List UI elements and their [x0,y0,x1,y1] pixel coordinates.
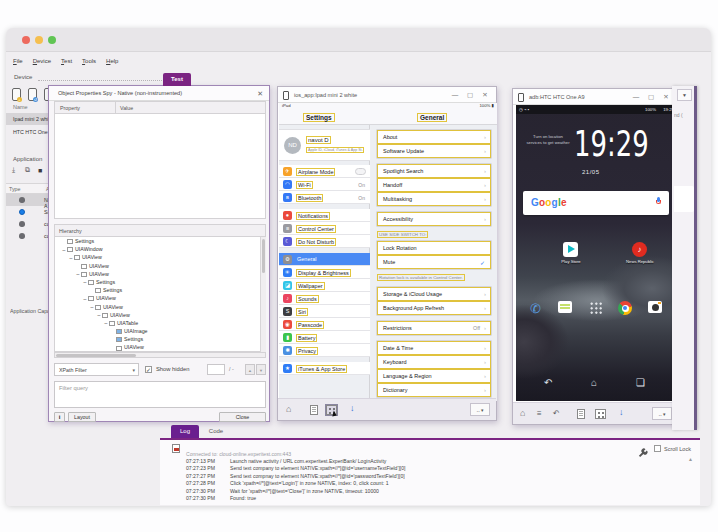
menu-icon[interactable]: ≡ [537,408,542,419]
chrome-app-icon[interactable] [618,301,632,315]
general-item-date-time[interactable]: Date & Time› [377,341,491,355]
settings-item-general[interactable]: ⚙General [279,253,370,266]
mic-icon[interactable] [656,197,661,205]
toolbar-dropdown[interactable]: ‥ ▾ [652,407,672,420]
general-item-mute[interactable]: Mute✓ [377,255,491,269]
messages-app-icon[interactable] [558,301,572,313]
tree-node[interactable]: −UIATable [55,319,265,327]
general-item-lock-rotation[interactable]: Lock Rotation [377,241,491,255]
copy-app-icon[interactable]: ⧉ [25,166,30,174]
close-icon[interactable]: ✕ [659,89,673,104]
tree-node[interactable]: −UIAView [55,270,265,278]
general-item-dictionary[interactable]: Dictionary› [377,383,491,397]
settings-item-sounds[interactable]: ♪Sounds [279,292,370,305]
background-window-dropdown[interactable]: ▼ [677,89,692,101]
page-icon[interactable] [577,409,585,419]
application-row[interactable]: com [6,230,54,242]
general-item-keyboard[interactable]: Keyboard› [377,355,491,369]
close-icon[interactable]: ✕ [478,87,492,102]
android-device-screen[interactable]: ◷ ⌁ ▪ 100% 19:29 Turn on location servic… [516,105,676,401]
layout-button[interactable]: Layout [68,412,96,422]
scroll-lock-checkbox[interactable] [654,445,661,452]
play-store-icon[interactable] [563,242,578,257]
toolbar-dropdown[interactable]: ‥ ▾ [470,403,490,416]
home-nav-icon[interactable]: ⌂ [591,377,597,388]
device-row[interactable]: HTC HTC One A9 [6,126,54,138]
toggle-switch[interactable] [355,168,366,175]
google-search-bar[interactable]: Google [523,191,669,215]
settings-item-notifications[interactable]: ●Notifications [279,209,370,222]
stop-app-icon[interactable]: ■ [38,167,42,174]
tree-node[interactable]: Settings [55,286,265,294]
settings-item-do-not-disturb[interactable]: ☾Do Not Disturb [279,235,370,248]
tree-node[interactable]: Settings [55,335,265,343]
general-item-software-update[interactable]: Software Update› [377,144,491,158]
phone-app-icon[interactable]: ✆ [529,301,541,317]
download-arrow-icon[interactable]: ↓ [619,407,624,417]
home-icon[interactable]: ⌂ [286,404,291,415]
filter-query-input[interactable]: Filter query [54,381,266,408]
back-icon[interactable]: ↶ [553,408,560,419]
settings-item-wi-fi[interactable]: ◠Wi-FiOn [279,178,370,191]
recents-nav-icon[interactable]: ❏ [636,377,645,388]
settings-item-privacy[interactable]: ✱Privacy [279,344,370,357]
general-item-language-region[interactable]: Language & Region› [377,369,491,383]
settings-item-display-brightness[interactable]: ☀Display & Brightness [279,266,370,279]
tree-node[interactable]: −UIAView [55,311,265,319]
add-device-icon[interactable]: + [12,88,21,101]
general-item-handoff[interactable]: Handoff› [377,178,491,192]
home-icon[interactable]: ⌂ [520,408,525,419]
general-item-about[interactable]: About› [377,130,491,144]
tree-node[interactable]: Settings [55,237,265,245]
application-row[interactable]: com [6,218,54,230]
tree-vertical-scrollbar[interactable] [260,237,266,352]
page-icon[interactable] [310,405,318,415]
settings-item-passcode[interactable]: ◉Passcode [279,318,370,331]
general-item-multitasking[interactable]: Multitasking› [377,192,491,206]
menu-help[interactable]: Help [101,55,123,67]
wrench-icon[interactable] [638,444,648,454]
settings-item-airplane-mode[interactable]: ✈Airplane Mode [279,165,370,178]
spy-close-icon[interactable]: ✕ [257,90,263,97]
menu-file[interactable]: File [8,55,28,67]
tree-node[interactable]: UIAView [55,343,265,351]
tree-horizontal-scrollbar[interactable] [54,352,266,358]
application-row[interactable]: No A [6,194,54,206]
settings-item-siri[interactable]: SSiri [279,305,370,318]
back-nav-icon[interactable]: ↶ [544,377,552,388]
connect-device-icon[interactable]: ↺ [28,88,37,101]
tree-node[interactable]: −UIAWindow [55,245,265,253]
tree-node[interactable]: −UIAView [55,294,265,302]
general-item-storage-icloud-usage[interactable]: Storage & iCloud Usage› [377,287,491,301]
tab-code[interactable]: Code [202,425,230,438]
general-item-background-app-refresh[interactable]: Background App Refresh› [377,301,491,315]
settings-item-control-center[interactable]: ≡Control Center [279,222,370,235]
device-row[interactable]: Ipad mini 2 white [6,113,54,125]
minimize-icon[interactable]: — [629,89,643,104]
general-item-restrictions[interactable]: RestrictionsOff› [377,321,491,335]
app-drawer-icon[interactable] [589,301,602,314]
tree-node[interactable]: −UIAView [55,253,265,261]
menu-test[interactable]: Test [56,55,77,67]
camera-app-icon[interactable] [648,301,662,313]
export-log-icon[interactable] [172,444,180,453]
index-input[interactable] [207,364,225,375]
show-hidden-checkbox[interactable]: ✓ [145,366,152,373]
minimize-icon[interactable]: — [448,87,462,102]
profile-row[interactable]: NDnavot DApple ID, iCloud, iTunes & App … [279,129,370,161]
close-button[interactable]: Close [219,412,266,422]
spy-icon[interactable] [595,409,606,419]
application-row[interactable]: Safa [6,206,54,218]
info-button[interactable]: i [54,412,65,422]
settings-item-battery[interactable]: ▮Battery [279,331,370,344]
general-item-spotlight-search[interactable]: Spotlight Search› [377,164,491,178]
download-arrow-icon[interactable]: ↓ [350,403,355,413]
settings-item-itunes-app-store[interactable]: ★iTunes & App Store [279,362,370,375]
maximize-traffic-light[interactable] [48,36,56,44]
tab-test[interactable]: Test [163,73,191,86]
spy-icon[interactable] [326,405,337,415]
maximize-icon[interactable]: ▢ [463,87,477,102]
install-app-icon[interactable]: ⤓ [12,166,15,174]
prev-button[interactable]: ▲ [245,364,255,375]
maximize-icon[interactable]: ▢ [644,89,658,104]
